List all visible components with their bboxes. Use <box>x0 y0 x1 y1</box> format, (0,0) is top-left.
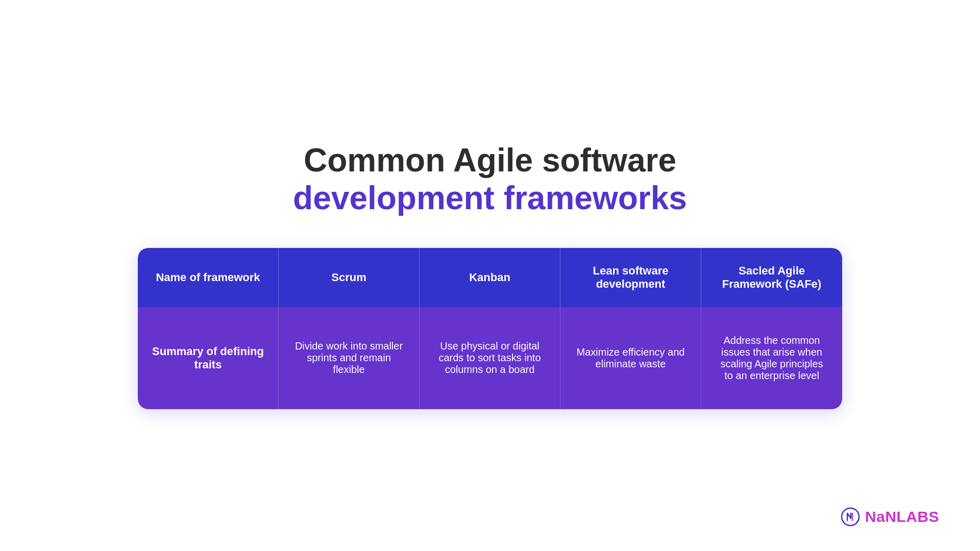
table-header-row: Name of framework Scrum Kanban Lean soft… <box>138 248 842 307</box>
frameworks-table: Name of framework Scrum Kanban Lean soft… <box>138 248 842 409</box>
title-line1: Common Agile software <box>293 142 687 180</box>
title-section: Common Agile software development framew… <box>293 142 687 217</box>
table-body-row: Summary of defining traits Divide work i… <box>138 307 842 409</box>
body-cell-safe: Address the common issues that arise whe… <box>701 307 842 409</box>
brand-logo-icon <box>841 507 860 527</box>
header-cell-kanban: Kanban <box>420 248 560 307</box>
body-cell-label: Summary of defining traits <box>138 307 279 409</box>
page-container: Common Agile software development framew… <box>0 0 980 551</box>
header-cell-lean: Lean software development <box>560 248 701 307</box>
header-cell-name: Name of framework <box>138 248 279 307</box>
header-cell-safe: Sacled Agile Framework (SAFe) <box>701 248 842 307</box>
brand-section: NaNLABS <box>841 507 939 527</box>
body-cell-kanban: Use physical or digital cards to sort ta… <box>420 307 560 409</box>
header-cell-scrum: Scrum <box>279 248 420 307</box>
body-cell-lean: Maximize efficiency and eliminate waste <box>560 307 701 409</box>
body-cell-scrum: Divide work into smaller sprints and rem… <box>279 307 420 409</box>
brand-name: NaNLABS <box>865 508 939 525</box>
title-line2: development frameworks <box>293 180 687 217</box>
